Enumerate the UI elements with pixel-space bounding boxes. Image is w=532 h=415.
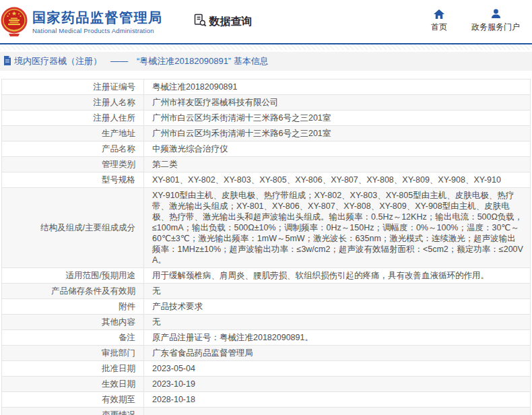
row-value: 原产品注册证号：粤械注准20182090891。 xyxy=(152,333,313,342)
row-value: 产品技术要求 xyxy=(152,302,203,311)
row-label: 产品名称 xyxy=(102,144,135,154)
nav-home-label: 首页 xyxy=(431,22,447,33)
table-row: 有效期至 2028-10-18 xyxy=(2,392,531,408)
table-row: 注册人住所 广州市白云区均禾街清湖十三米路6号之三201室 xyxy=(2,110,531,126)
row-value: XY-801、XY-802、XY-803、XY-805、XY-806、XY-80… xyxy=(152,175,501,185)
document-icon xyxy=(3,56,11,67)
table-row: 审批部门 广东省食品药品监督管理局 xyxy=(2,346,531,361)
site-header: 国家药品监督管理局 National Medical Products Admi… xyxy=(0,0,532,44)
header-hatch-strip xyxy=(0,44,532,50)
table-row: 产品储存条件及有效期 无 xyxy=(2,284,531,299)
row-value: XY-910型由主机、皮肤电极、热疗带组成；XY-802、XY-803、XY-8… xyxy=(152,191,523,265)
row-value: 2028-10-18 xyxy=(152,395,195,404)
row-label: 注册人住所 xyxy=(94,113,136,123)
table-row: 注册证编号 粤械注准20182090891 xyxy=(2,79,531,95)
national-emblem-logo xyxy=(1,6,28,37)
breadcrumb: 境内医疗器械（注册） —— “粤械注准20182090891” 基本信息 xyxy=(0,52,532,71)
row-label: 批准日期 xyxy=(102,364,135,373)
breadcrumb-text: 境内医疗器械（注册） —— “粤械注准20182090891” 基本信息 xyxy=(14,55,269,67)
table-row: 生效日期 2023-10-19 xyxy=(2,377,531,392)
row-label: 附件 xyxy=(119,302,135,311)
row-label: 其他内容 xyxy=(102,317,135,327)
table-row: 附件 产品技术要求 xyxy=(2,299,531,315)
nav-portal-label: 政务服务门户 xyxy=(471,22,520,33)
header-nav: 首页 政务服务门户 xyxy=(426,8,520,33)
row-value: 无 xyxy=(152,286,161,296)
row-value: 第二类 xyxy=(152,160,178,169)
row-value: 广州市白云区均禾街清湖十三米路6号之三201室 xyxy=(152,129,331,138)
brand: 国家药品监督管理局 National Medical Products Admi… xyxy=(0,6,163,37)
row-label: 适用范围/预期用途 xyxy=(66,271,135,280)
row-label: 结构及组成/主要组成成分 xyxy=(40,223,135,232)
row-label: 注册证编号 xyxy=(94,82,136,92)
row-value: 广东省食品药品监督管理局 xyxy=(152,348,253,358)
row-label: 生产地址 xyxy=(102,129,135,138)
row-value: 2023-05-04 xyxy=(152,364,195,373)
info-table: 注册证编号 粤械注准20182090891 注册人名称 广州市祥友医疗器械科技有… xyxy=(1,79,531,415)
row-value: 粤械注准20182090891 xyxy=(152,82,237,92)
row-label: 产品储存条件及有效期 xyxy=(51,286,135,296)
table-row: 生产地址 广州市白云区均禾街清湖十三米路6号之三201室 xyxy=(2,126,531,141)
table-row: 适用范围/预期用途 用于缓解颈椎病、肩周炎、腰肌劳损、软组织损伤引起的疼痛，具有… xyxy=(2,268,531,284)
table-row: 型号规格 XY-801、XY-802、XY-803、XY-805、XY-806、… xyxy=(2,172,531,188)
row-label: 有效期至 xyxy=(102,395,135,404)
table-row: 批准日期 2023-05-04 xyxy=(2,361,531,377)
table-row: 其他内容 无 xyxy=(2,315,531,330)
table-row: 结构及组成/主要组成成分 XY-910型由主机、皮肤电极、热疗带组成；XY-80… xyxy=(2,188,531,268)
row-value: 广州市祥友医疗器械科技有限公司 xyxy=(152,98,279,107)
data-query-link[interactable]: 数据查询 xyxy=(193,13,253,30)
table-row: 管理类别 第二类 xyxy=(2,157,531,172)
row-label: 变更情况 xyxy=(102,410,135,415)
table-row: 变更情况 xyxy=(2,408,531,415)
row-value: 广州市白云区均禾街清湖十三米路6号之三201室 xyxy=(152,113,331,123)
row-value: 用于缓解颈椎病、肩周炎、腰肌劳损、软组织损伤引起的疼痛，具有改善血液循环的作用。 xyxy=(152,271,489,280)
row-label: 型号规格 xyxy=(102,175,135,185)
row-label: 注册人名称 xyxy=(94,98,136,107)
nav-home[interactable]: 首页 xyxy=(426,8,453,33)
row-label: 审批部门 xyxy=(102,348,135,358)
table-row: 注册人名称 广州市祥友医疗器械科技有限公司 xyxy=(2,95,531,110)
table-row: 产品名称 中频激光综合治疗仪 xyxy=(2,141,531,157)
org-name-zh: 国家药品监督管理局 xyxy=(32,9,163,26)
org-name-en: National Medical Products Administration xyxy=(32,27,163,34)
row-value: 中频激光综合治疗仪 xyxy=(152,144,228,154)
table-row: 备注 原产品注册证号：粤械注准20182090891。 xyxy=(2,330,531,346)
user-icon xyxy=(491,8,501,19)
row-value: 无 xyxy=(152,317,161,327)
data-query-icon xyxy=(193,13,207,30)
home-icon xyxy=(434,8,444,19)
row-value: 2023-10-19 xyxy=(152,379,195,389)
row-label: 生效日期 xyxy=(102,379,135,389)
nav-portal[interactable]: 政务服务门户 xyxy=(471,8,520,33)
data-query-label: 数据查询 xyxy=(209,15,253,29)
row-label: 管理类别 xyxy=(102,160,135,169)
brand-text: 国家药品监督管理局 National Medical Products Admi… xyxy=(32,9,163,34)
row-label: 备注 xyxy=(119,333,135,342)
